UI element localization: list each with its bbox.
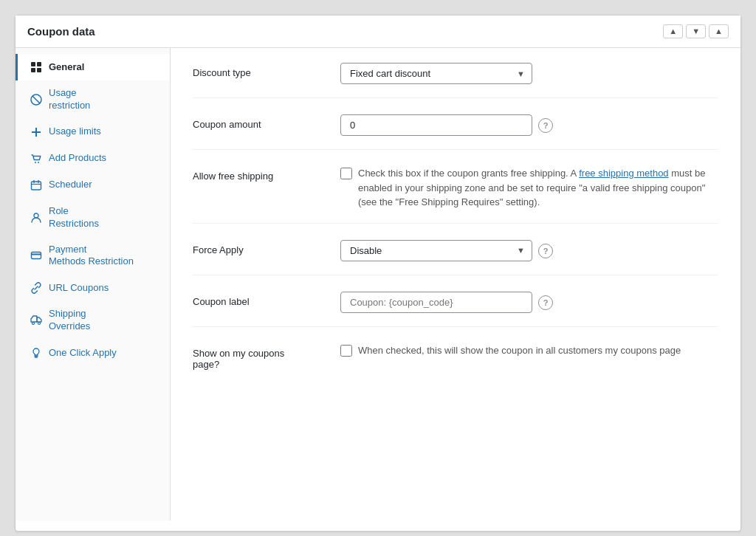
panel-controls: ▲ ▼ ▲ (663, 24, 729, 38)
force-apply-help-icon[interactable]: ? (538, 244, 553, 258)
show-on-coupons-page-label: Show on my couponspage? (193, 343, 340, 370)
discount-type-row: Discount type Fixed cart discount Percen… (193, 63, 718, 98)
scheduler-icon (30, 179, 43, 192)
svg-line-5 (32, 96, 40, 103)
show-on-coupons-page-checkbox[interactable] (340, 345, 352, 357)
usage-limits-icon (30, 126, 43, 139)
svg-rect-2 (31, 68, 35, 72)
sidebar-item-general[interactable]: General (16, 54, 170, 80)
sidebar-item-shipping-overrides-label: ShippingOverrides (49, 308, 90, 333)
coupon-label-row: Coupon label ? (193, 292, 718, 327)
coupon-label-help-icon[interactable]: ? (538, 295, 553, 310)
sidebar-item-url-coupons-label: URL Coupons (49, 282, 109, 295)
sidebar-item-usage-restriction-label: Usagerestriction (49, 87, 90, 112)
sidebar-item-role-restrictions[interactable]: RoleRestrictions (16, 199, 170, 237)
coupon-label-label: Coupon label (193, 292, 340, 307)
one-click-apply-icon (30, 346, 43, 360)
svg-point-8 (35, 162, 36, 163)
show-on-coupons-page-field: When checked, this will show the coupon … (340, 343, 718, 358)
allow-free-shipping-row: Allow free shipping Check this box if th… (193, 166, 718, 224)
coupon-data-panel: Coupon data ▲ ▼ ▲ General (15, 15, 741, 532)
url-coupons-icon (30, 281, 43, 295)
show-on-coupons-page-checkbox-row: When checked, this will show the coupon … (340, 343, 681, 358)
svg-rect-15 (32, 252, 41, 259)
discount-type-label: Discount type (193, 63, 340, 78)
force-apply-select[interactable]: Disable Enable (340, 240, 532, 261)
svg-point-17 (32, 323, 35, 325)
svg-point-18 (38, 323, 41, 325)
panel-body: General Usagerestriction (16, 48, 740, 520)
sidebar-item-url-coupons[interactable]: URL Coupons (16, 275, 170, 301)
coupon-amount-label: Coupon amount (193, 114, 340, 130)
allow-free-shipping-field: Check this box if the coupon grants free… (340, 166, 718, 210)
svg-rect-1 (37, 62, 41, 66)
free-shipping-method-link[interactable]: free shipping method (579, 168, 668, 179)
role-restrictions-icon (30, 211, 43, 224)
allow-free-shipping-description: Check this box if the coupon grants free… (358, 166, 718, 210)
sidebar-item-usage-limits[interactable]: Usage limits (16, 119, 170, 145)
sidebar: General Usagerestriction (16, 48, 171, 520)
sidebar-item-usage-restriction[interactable]: Usagerestriction (16, 80, 170, 119)
allow-free-shipping-checkbox-row: Check this box if the coupon grants free… (340, 166, 718, 210)
coupon-label-field: ? (340, 292, 718, 313)
general-icon (30, 61, 43, 74)
svg-point-9 (38, 162, 39, 163)
allow-free-shipping-checkbox[interactable] (340, 168, 352, 179)
discount-type-select[interactable]: Fixed cart discount Percentage discount … (340, 63, 532, 84)
sidebar-item-one-click-apply[interactable]: One Click Apply (16, 340, 170, 366)
force-apply-select-wrapper: Disable Enable ▼ (340, 240, 532, 261)
discount-type-select-wrapper: Fixed cart discount Percentage discount … (340, 63, 532, 84)
sidebar-item-add-products-label: Add Products (49, 152, 106, 165)
sidebar-item-payment-methods-label: PaymentMethods Restriction (49, 244, 134, 269)
force-apply-row: Force Apply Disable Enable ▼ ? (193, 240, 718, 275)
svg-rect-0 (31, 62, 35, 66)
sidebar-item-payment-methods[interactable]: PaymentMethods Restriction (16, 237, 170, 275)
expand-button[interactable]: ▲ (709, 24, 729, 38)
show-on-coupons-page-description: When checked, this will show the coupon … (358, 343, 681, 358)
sidebar-item-one-click-apply-label: One Click Apply (49, 347, 117, 360)
payment-methods-icon (30, 249, 43, 262)
force-apply-label: Force Apply (193, 240, 340, 255)
main-content: Discount type Fixed cart discount Percen… (171, 48, 740, 520)
svg-rect-10 (32, 182, 41, 190)
coupon-amount-help-icon[interactable]: ? (538, 118, 553, 133)
add-products-icon (30, 152, 43, 165)
force-apply-field: Disable Enable ▼ ? (340, 240, 718, 261)
collapse-down-button[interactable]: ▼ (686, 24, 706, 38)
allow-free-shipping-label: Allow free shipping (193, 166, 340, 182)
usage-restriction-icon (30, 93, 43, 106)
panel-header: Coupon data ▲ ▼ ▲ (16, 16, 740, 48)
discount-type-field: Fixed cart discount Percentage discount … (340, 63, 718, 84)
sidebar-item-usage-limits-label: Usage limits (49, 126, 101, 138)
sidebar-item-role-restrictions-label: RoleRestrictions (49, 205, 99, 230)
sidebar-item-general-label: General (49, 61, 84, 74)
collapse-up-button[interactable]: ▲ (663, 24, 683, 38)
show-on-coupons-page-row: Show on my couponspage? When checked, th… (193, 343, 718, 383)
sidebar-item-shipping-overrides[interactable]: ShippingOverrides (16, 301, 170, 340)
sidebar-item-add-products[interactable]: Add Products (16, 145, 170, 172)
sidebar-item-scheduler[interactable]: Scheduler (16, 172, 170, 199)
svg-point-14 (34, 213, 38, 218)
coupon-amount-row: Coupon amount ? (193, 114, 718, 150)
shipping-overrides-icon (30, 314, 43, 327)
panel-title: Coupon data (27, 25, 95, 38)
sidebar-item-scheduler-label: Scheduler (49, 179, 92, 191)
coupon-amount-field: ? (340, 114, 718, 136)
svg-rect-3 (37, 68, 41, 72)
coupon-label-input[interactable] (340, 292, 532, 313)
coupon-amount-input[interactable] (340, 114, 532, 136)
